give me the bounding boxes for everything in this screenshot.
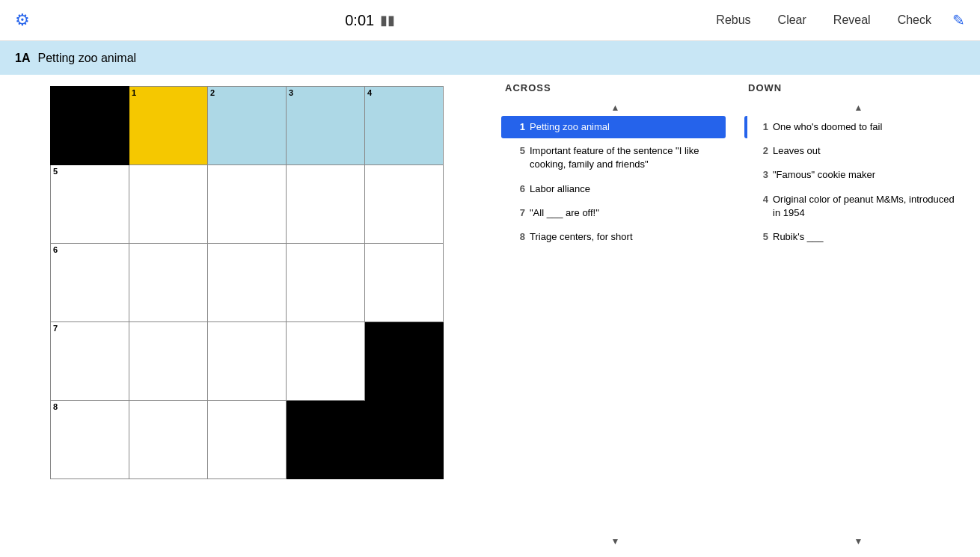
grid-cell-r3c1[interactable]: 6 <box>51 244 129 322</box>
clue-text: Original color of peanut M&Ms, introduce… <box>773 193 961 220</box>
clue-text: Leaves out <box>773 144 821 158</box>
grid-cell-r1c5[interactable]: 4 <box>365 87 444 165</box>
rebus-button[interactable]: Rebus <box>710 10 756 30</box>
grid-cell-r2c4[interactable] <box>287 165 365 244</box>
grid-row-5: 8 <box>51 401 444 479</box>
topbar-right: Rebus Clear Reveal Check ✎ <box>710 10 965 30</box>
grid-cell-r1c1 <box>51 87 129 165</box>
cell-number: 4 <box>367 89 372 97</box>
clue-number: 5 <box>509 144 525 156</box>
down-title: DOWN <box>744 82 973 93</box>
down-clue-4[interactable]: 4 Original color of peanut M&Ms, introdu… <box>744 188 969 224</box>
grid-row-4: 7 <box>51 322 444 401</box>
grid-cell-r4c1[interactable]: 7 <box>51 322 129 401</box>
grid-cell-r3c4[interactable] <box>287 244 365 322</box>
across-clue-8[interactable]: 8 Triage centers, for short <box>501 226 726 248</box>
across-clue-7[interactable]: 7 "All ___ are off!" <box>501 202 726 224</box>
clue-text: "All ___ are off!" <box>530 206 599 220</box>
across-scroll-down[interactable]: ▼ <box>501 533 729 550</box>
across-title: ACROSS <box>501 82 729 93</box>
grid-cell-r5c1[interactable]: 8 <box>51 401 129 479</box>
grid-cell-r4c4[interactable] <box>287 322 365 401</box>
grid-cell-r1c3[interactable]: 2 <box>208 87 287 165</box>
cell-number: 6 <box>53 246 58 254</box>
cell-number: 2 <box>210 89 215 97</box>
across-clue-5[interactable]: 5 Important feature of the sentence "I l… <box>501 140 726 176</box>
down-clue-5[interactable]: 5 Rubik's ___ <box>744 226 969 248</box>
puzzle-area: 1 2 3 4 5 <box>0 75 494 557</box>
grid-row-2: 5 <box>51 165 444 244</box>
across-clue-list-inner: 1 Petting zoo animal 5 Important feature… <box>501 116 729 248</box>
pause-icon[interactable]: ▮▮ <box>380 12 395 28</box>
clue-number: 7 <box>509 206 525 218</box>
topbar-left: ⚙ <box>15 10 30 30</box>
cluebar: 1A Petting zoo animal <box>0 41 980 75</box>
clue-number: 6 <box>509 182 525 194</box>
clue-text: Labor alliance <box>530 182 590 196</box>
grid-cell-r4c2[interactable] <box>129 322 208 401</box>
down-clue-list[interactable]: 1 One who's doomed to fail 2 Leaves out … <box>744 116 973 533</box>
cell-number: 8 <box>53 403 58 411</box>
across-scroll-up[interactable]: ▲ <box>501 99 729 116</box>
grid-cell-r2c1[interactable]: 5 <box>51 165 129 244</box>
grid-cell-r5c2[interactable] <box>129 401 208 479</box>
clue-text: One who's doomed to fail <box>773 120 882 134</box>
down-clue-2[interactable]: 2 Leaves out <box>744 140 969 162</box>
timer-display: 0:01 <box>345 12 374 29</box>
grid-row-1: 1 2 3 4 <box>51 87 444 165</box>
grid-cell-r2c3[interactable] <box>208 165 287 244</box>
grid-cell-r3c5[interactable] <box>365 244 444 322</box>
down-clue-3[interactable]: 3 "Famous" cookie maker <box>744 164 969 186</box>
across-clue-6[interactable]: 6 Labor alliance <box>501 178 726 200</box>
crossword-grid[interactable]: 1 2 3 4 5 <box>50 86 444 479</box>
down-clue-1[interactable]: 1 One who's doomed to fail <box>744 116 969 138</box>
active-clue-text: Petting zoo animal <box>37 52 136 65</box>
across-clue-1[interactable]: 1 Petting zoo animal <box>501 116 726 138</box>
clues-panel: ACROSS ▲ 1 Petting zoo animal 5 Importan… <box>494 75 980 557</box>
grid-cell-r4c5 <box>365 322 444 401</box>
cell-number: 1 <box>132 89 136 97</box>
grid-cell-r5c5 <box>365 401 444 479</box>
clue-text: Important feature of the sentence "I lik… <box>530 144 718 171</box>
clear-button[interactable]: Clear <box>772 10 812 30</box>
clue-number: 4 <box>752 193 768 205</box>
grid-cell-r5c4 <box>287 401 365 479</box>
across-clue-list[interactable]: 1 Petting zoo animal 5 Important feature… <box>501 116 729 533</box>
grid-cell-r3c2[interactable] <box>129 244 208 322</box>
grid-cell-r4c3[interactable] <box>208 322 287 401</box>
across-column: ACROSS ▲ 1 Petting zoo animal 5 Importan… <box>494 82 737 550</box>
clue-number: 5 <box>752 230 768 242</box>
clue-number: 1 <box>752 120 768 132</box>
cell-number: 7 <box>53 324 58 333</box>
clue-text: Petting zoo animal <box>530 120 610 134</box>
down-column: DOWN ▲ 1 One who's doomed to fail 2 Leav… <box>737 82 980 550</box>
cell-number: 3 <box>289 89 293 97</box>
down-clue-list-inner: 1 One who's doomed to fail 2 Leaves out … <box>744 116 973 248</box>
clue-number: 8 <box>509 230 525 242</box>
clue-text: Triage centers, for short <box>530 230 633 244</box>
clue-number: 1 <box>509 120 525 132</box>
down-scroll-up[interactable]: ▲ <box>744 99 973 116</box>
grid-row-3: 6 <box>51 244 444 322</box>
main-content: 1 2 3 4 5 <box>0 75 980 557</box>
pencil-icon[interactable]: ✎ <box>952 11 965 29</box>
settings-icon[interactable]: ⚙ <box>15 10 30 30</box>
check-button[interactable]: Check <box>892 10 937 30</box>
grid-cell-r1c2[interactable]: 1 <box>129 87 208 165</box>
grid-cell-r2c2[interactable] <box>129 165 208 244</box>
cell-number: 5 <box>53 167 58 176</box>
clue-text: "Famous" cookie maker <box>773 168 875 182</box>
active-clue-number: 1A <box>15 52 30 65</box>
topbar: ⚙ 0:01 ▮▮ Rebus Clear Reveal Check ✎ <box>0 0 980 41</box>
clue-number: 2 <box>752 144 768 156</box>
down-scroll-down[interactable]: ▼ <box>744 533 973 550</box>
grid-cell-r5c3[interactable] <box>208 401 287 479</box>
clue-number: 3 <box>752 168 768 180</box>
topbar-center: 0:01 ▮▮ <box>345 12 395 29</box>
grid-cell-r3c3[interactable] <box>208 244 287 322</box>
clue-text: Rubik's ___ <box>773 230 824 244</box>
grid-cell-r2c5[interactable] <box>365 165 444 244</box>
reveal-button[interactable]: Reveal <box>827 10 877 30</box>
grid-cell-r1c4[interactable]: 3 <box>287 87 365 165</box>
